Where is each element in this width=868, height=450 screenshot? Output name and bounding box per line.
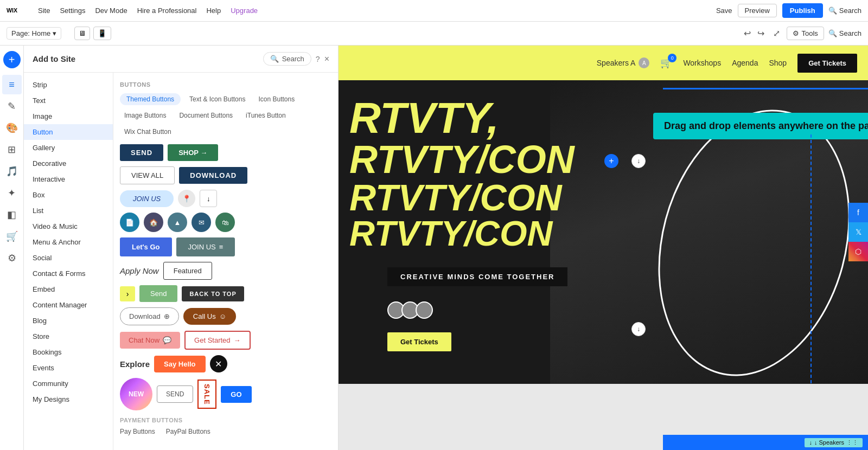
go-button-sample[interactable]: GO xyxy=(221,386,251,403)
nav-upgrade[interactable]: Upgrade xyxy=(231,7,258,15)
up-icon-sample[interactable]: ▲ xyxy=(168,213,187,232)
instagram-social-button[interactable]: ⬡ xyxy=(848,242,868,261)
sidebar-icon-media[interactable]: 🎵 xyxy=(2,162,22,181)
panel-close-button[interactable]: × xyxy=(324,54,329,64)
cat-contact[interactable]: Contact & Forms xyxy=(24,266,113,281)
cat-list[interactable]: List xyxy=(24,203,113,218)
download-float-button-2[interactable]: ↓ xyxy=(631,322,646,336)
doc-icon-sample[interactable]: 📄 xyxy=(120,213,139,232)
nav-hire[interactable]: Hire a Professional xyxy=(137,7,197,15)
document-buttons-tab[interactable]: Document Buttons xyxy=(175,110,237,121)
sidebar-icon-store[interactable]: 🛒 xyxy=(2,227,22,246)
letsgo-button-sample[interactable]: Let's Go xyxy=(120,237,172,256)
add-elements-button[interactable]: + xyxy=(3,51,21,68)
apply-now-button-sample[interactable]: Apply Now xyxy=(120,262,159,280)
zoom-fit-button[interactable]: ⤢ xyxy=(771,26,782,41)
nav-speakers[interactable]: Speakers A A xyxy=(597,57,650,68)
back-to-top-button-sample[interactable]: BACK TO TOP xyxy=(182,286,244,301)
image-buttons-tab[interactable]: Image Buttons xyxy=(120,110,170,121)
nav-agenda[interactable]: Agenda xyxy=(732,59,758,67)
x-button-sample[interactable]: ✕ xyxy=(210,355,227,372)
download-icon-sample[interactable]: ↓ xyxy=(200,190,217,207)
speakers-badge[interactable]: ↓ ↓ Speakers ⋮⋮ xyxy=(805,438,863,447)
cat-image[interactable]: Image xyxy=(24,108,113,124)
sidebar-icon-apps[interactable]: ⊞ xyxy=(2,140,22,159)
page-selector[interactable]: Page: Home ▾ xyxy=(7,27,61,40)
cat-blog[interactable]: Blog xyxy=(24,313,113,329)
nav-devmode[interactable]: Dev Mode xyxy=(95,7,127,15)
download-float-button[interactable]: ↓ xyxy=(631,154,646,168)
cat-button[interactable]: Button xyxy=(24,124,113,140)
twitter-social-button[interactable]: 𝕏 xyxy=(848,222,868,242)
home-icon-sample[interactable]: 🏠 xyxy=(144,213,163,232)
mobile-view-button[interactable]: 📱 xyxy=(93,27,111,40)
cat-box[interactable]: Box xyxy=(24,187,113,203)
paypal-buttons-item[interactable]: PayPal Buttons xyxy=(166,428,210,435)
cat-menu[interactable]: Menu & Anchor xyxy=(24,234,113,250)
cat-events[interactable]: Events xyxy=(24,360,113,376)
pin-icon-sample[interactable]: 📍 xyxy=(178,190,195,207)
cat-community[interactable]: Community xyxy=(24,376,113,391)
top-search-button[interactable]: 🔍 Search xyxy=(828,7,861,15)
redo-button[interactable]: ↪ xyxy=(755,26,767,41)
get-tickets-nav-button[interactable]: Get Tickets xyxy=(797,54,857,73)
undo-button[interactable]: ↩ xyxy=(742,26,753,41)
publish-button[interactable]: Publish xyxy=(782,3,823,18)
themed-buttons-tab[interactable]: Themed Buttons xyxy=(120,93,181,105)
cat-store[interactable]: Store xyxy=(24,329,113,344)
cart-wrapper[interactable]: 🛒 0 xyxy=(660,57,672,69)
sidebar-icon-design[interactable]: 🎨 xyxy=(2,118,22,138)
nav-help[interactable]: Help xyxy=(206,7,221,15)
cat-social[interactable]: Social xyxy=(24,250,113,266)
nav-workshops[interactable]: Workshops xyxy=(683,59,721,67)
arrow-right-sample[interactable]: › xyxy=(120,286,135,301)
panel-help-button[interactable]: ? xyxy=(316,55,320,63)
new-button-sample[interactable]: NEW xyxy=(120,378,152,410)
send3-button-sample[interactable]: SEND xyxy=(157,385,193,403)
join-us-button-sample[interactable]: JOIN US xyxy=(120,190,174,207)
facebook-social-button[interactable]: f xyxy=(848,203,868,222)
panel-search-button[interactable]: 🔍 Search xyxy=(263,52,311,66)
cat-text[interactable]: Text xyxy=(24,93,113,108)
nav-site[interactable]: Site xyxy=(38,7,50,15)
cat-mydesigns[interactable]: My Designs xyxy=(24,391,113,407)
nav-shop[interactable]: Shop xyxy=(769,59,787,67)
sidebar-icon-interactions[interactable]: ✦ xyxy=(2,183,22,203)
shop-button-sample[interactable]: SHOP → xyxy=(168,144,218,161)
joinus2-button-sample[interactable]: JOIN US ≡ xyxy=(176,237,235,256)
get-tickets-hero-button[interactable]: Get Tickets xyxy=(387,332,451,351)
sidebar-icon-settings[interactable]: ⚙ xyxy=(2,248,22,268)
editor-search-button[interactable]: 🔍 Search xyxy=(828,29,861,37)
preview-button[interactable]: Preview xyxy=(738,4,777,17)
download2-button-sample[interactable]: Download ⊕ xyxy=(120,307,179,325)
tools-button[interactable]: ⚙ Tools xyxy=(787,27,824,40)
download-button-sample[interactable]: DOWNLOAD xyxy=(179,167,247,184)
sale-button-sample[interactable]: SALE xyxy=(197,380,216,409)
wix-chat-button-tab[interactable]: Wix Chat Button xyxy=(120,126,176,138)
cat-decorative[interactable]: Decorative xyxy=(24,156,113,171)
cat-strip[interactable]: Strip xyxy=(24,77,113,93)
pay-buttons-item[interactable]: Pay Buttons xyxy=(120,428,155,435)
send-button-sample[interactable]: SEND xyxy=(120,144,163,161)
send2-button-sample[interactable]: Send xyxy=(139,285,177,302)
say-hello-button-sample[interactable]: Say Hello xyxy=(154,356,206,372)
cat-content[interactable]: Content Manager xyxy=(24,297,113,313)
cat-gallery[interactable]: Gallery xyxy=(24,140,113,156)
itunes-button-tab[interactable]: iTunes Button xyxy=(241,110,290,121)
cat-interactive[interactable]: Interactive xyxy=(24,171,113,187)
mail-icon-sample[interactable]: ✉ xyxy=(192,213,211,232)
save-button[interactable]: Save xyxy=(716,7,732,15)
bag-icon-sample[interactable]: 🛍 xyxy=(215,213,235,232)
text-icon-buttons-tab[interactable]: Text & Icon Buttons xyxy=(185,93,250,105)
chatnow-button-sample[interactable]: Chat Now 💬 xyxy=(120,332,180,349)
callus-button-sample[interactable]: Call Us ☺ xyxy=(183,308,236,325)
desktop-view-button[interactable]: 🖥 xyxy=(74,27,90,40)
cat-embed[interactable]: Embed xyxy=(24,281,113,297)
icon-buttons-tab[interactable]: Icon Buttons xyxy=(254,93,299,105)
featured-button-sample[interactable]: Featured xyxy=(163,262,212,280)
cat-bookings[interactable]: Bookings xyxy=(24,344,113,360)
add-element-float-button[interactable]: + xyxy=(604,154,618,168)
cat-video[interactable]: Video & Music xyxy=(24,218,113,234)
nav-settings[interactable]: Settings xyxy=(60,7,85,15)
sidebar-icon-pages[interactable]: ≡ xyxy=(2,75,22,94)
